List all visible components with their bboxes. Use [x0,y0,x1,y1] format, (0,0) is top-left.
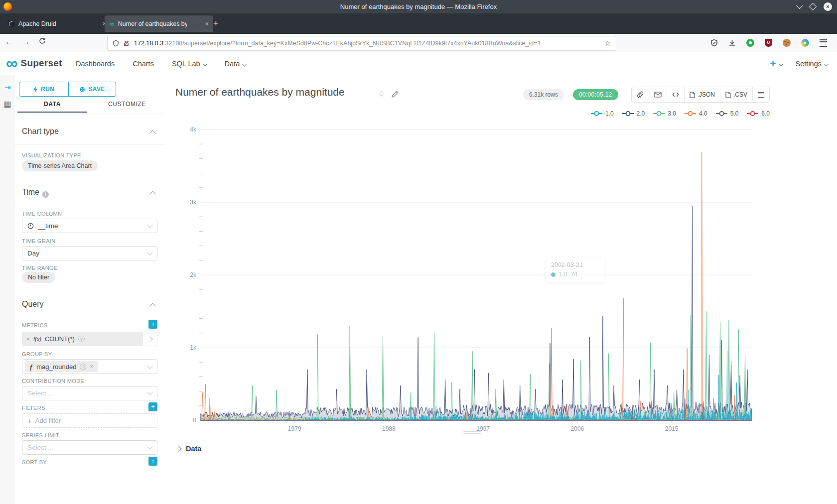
chevron-down-icon [147,363,152,369]
browser-tab-druid[interactable]: Apache Druid × [3,15,111,32]
collapse-chevron-icon[interactable] [149,303,156,309]
chevron-right-icon [175,446,182,452]
maximize-icon[interactable] [809,2,817,10]
container-extension-icon[interactable] [801,39,809,47]
add-filter-dropzone[interactable]: + Add filter [22,413,157,428]
legend-item-2.0[interactable]: 2.0 [622,110,645,117]
export-csv-button[interactable]: .CSV [720,87,752,102]
url-bar[interactable]: 172.18.0.3:32108/superset/explore/?form_… [107,36,616,51]
timeseries-area-chart[interactable]: 01k2k3k4k19791988199720062015 [164,122,837,440]
protections-shield-icon[interactable] [710,39,718,47]
embed-code-button[interactable] [667,87,684,102]
section-chart-type[interactable]: Chart type [22,127,59,136]
add-metric-button[interactable]: + [148,320,157,329]
clock-icon [27,223,34,229]
add-filter-button[interactable]: + [148,402,157,411]
legend-item-3.0[interactable]: 3.0 [653,110,676,117]
tab-close-icon[interactable]: × [205,20,209,27]
legend-item-1.0[interactable]: 1.0 [590,110,614,117]
metric-item[interactable]: × f(x) COUNT(*) ? [22,332,157,346]
legend-item-5.0[interactable]: 5.0 [715,110,739,117]
export-json-button[interactable]: .JSON [684,87,720,102]
expand-panel-icon[interactable]: ⇥ [0,83,15,92]
chevron-down-icon [147,444,152,449]
nav-item-charts[interactable]: Charts [133,60,154,68]
email-button[interactable] [649,87,667,102]
resize-handle[interactable] [463,431,481,436]
svg-text:1979: 1979 [288,425,301,432]
new-item-button[interactable]: + [770,58,782,70]
minimize-icon[interactable] [796,2,803,9]
nav-item-sql-lab[interactable]: SQL Lab [172,60,207,68]
group-by-label: GROUP BY [22,351,52,357]
superset-navbar: ∞ Superset Dashboards Charts SQL Lab Dat… [0,52,837,76]
cookie-extension-icon[interactable] [783,39,791,47]
edit-title-icon[interactable] [392,90,399,100]
menu-icon [758,92,764,98]
time-grain-select[interactable]: Day [22,246,157,260]
remove-icon[interactable]: × [90,363,93,370]
shield-permissions-icon[interactable] [113,40,119,47]
chart-legend[interactable]: 1.02.03.04.05.06.0 [590,110,770,117]
contribution-mode-select[interactable]: Select ... [22,386,157,400]
run-button[interactable]: RUN [19,82,69,97]
forward-button[interactable]: → [22,37,30,46]
copy-link-button[interactable] [632,87,649,102]
tab-customize[interactable]: CUSTOMIZE [90,101,164,113]
nav-item-dashboards[interactable]: Dashboards [76,60,115,68]
download-icon[interactable] [728,39,736,47]
browser-tab-superset[interactable]: ∞ Numer of earthquakes by × [105,15,213,32]
legend-item-6.0[interactable]: 6.0 [746,110,770,117]
add-sort-by-button[interactable]: + [148,457,157,466]
chart-tooltip: 2002-03-21 1.0: 74 [546,257,604,282]
time-range-pill[interactable]: No filter [22,272,55,283]
section-query[interactable]: Query [22,300,44,309]
tab-data[interactable]: DATA [15,101,90,113]
superset-brand[interactable]: ∞ Superset [6,54,62,72]
bookmark-star-icon[interactable]: ☆ [604,39,611,47]
help-icon[interactable]: ? [78,336,85,342]
svg-text:4k: 4k [190,126,197,133]
chevron-down-icon [147,222,152,228]
filters-label: FILTERS [22,405,45,411]
collapse-chevron-icon[interactable] [149,191,156,197]
data-panel-toggle[interactable]: Data [176,445,201,453]
viz-type-pill[interactable]: Time-series Area Chart [22,160,98,171]
favorite-star-icon[interactable]: ☆ [378,89,385,99]
new-tab-button[interactable]: + [213,18,219,28]
expand-metric-icon[interactable] [143,337,157,341]
legend-item-4.0[interactable]: 4.0 [684,110,707,117]
close-icon[interactable]: × [824,2,832,11]
section-time[interactable]: Timei [22,188,49,198]
more-actions-button[interactable] [752,87,769,102]
metric-name: COUNT(*) [45,335,75,343]
reload-button[interactable] [39,37,46,46]
datasource-grid-icon[interactable]: ▦ [0,99,15,109]
group-by-select[interactable]: ƒ mag_rounded ? × [22,359,157,374]
plus-icon: + [27,416,32,425]
function-icon: ƒ [29,363,33,371]
svg-text:0: 0 [193,417,196,424]
collapse-chevron-icon[interactable] [149,130,156,136]
settings-menu[interactable]: Settings [796,60,828,68]
chart-area: Numer of earthquakes by magnitude ☆ 6.31… [164,75,837,504]
back-button[interactable]: ← [5,37,13,46]
remove-icon[interactable]: × [26,336,30,343]
save-button[interactable]: ⊕ SAVE [69,82,116,97]
paperclip-icon [637,91,644,98]
screen: Numer of earthquakes by magnitude — Mozi… [0,0,837,504]
tooltip-date: 2002-03-21 [551,261,599,268]
extension-green-icon[interactable] [746,39,754,47]
chevron-down-icon [824,61,829,66]
help-icon[interactable]: ? [80,364,86,370]
time-grain-label: TIME GRAIN [22,238,55,244]
time-column-select[interactable]: __time [22,219,157,233]
tab-label: Apache Druid [18,20,56,27]
nav-item-data[interactable]: Data [225,60,247,68]
legend-marker-icon [684,111,697,117]
ublock-icon[interactable]: U [765,39,772,47]
chart-actions-group: .JSON .CSV [631,87,770,103]
lock-insecure-icon[interactable] [123,40,130,47]
series-limit-select[interactable]: Select ... [22,440,157,455]
app-menu-icon[interactable] [820,39,827,47]
